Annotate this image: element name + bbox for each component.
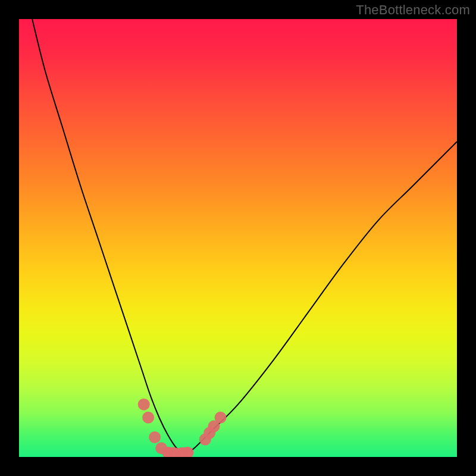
trough-marker-dot — [142, 412, 154, 424]
trough-marker-dot — [149, 431, 161, 443]
bottleneck-curve-path — [32, 19, 457, 453]
curve-layer — [19, 19, 457, 457]
bottleneck-curve — [32, 19, 457, 453]
trough-markers — [138, 399, 227, 457]
watermark-text: TheBottleneck.com — [356, 2, 470, 18]
chart-frame: TheBottleneck.com — [0, 0, 476, 476]
trough-marker-dot — [138, 399, 150, 411]
plot-area — [19, 19, 457, 457]
trough-marker-dot — [215, 412, 227, 424]
